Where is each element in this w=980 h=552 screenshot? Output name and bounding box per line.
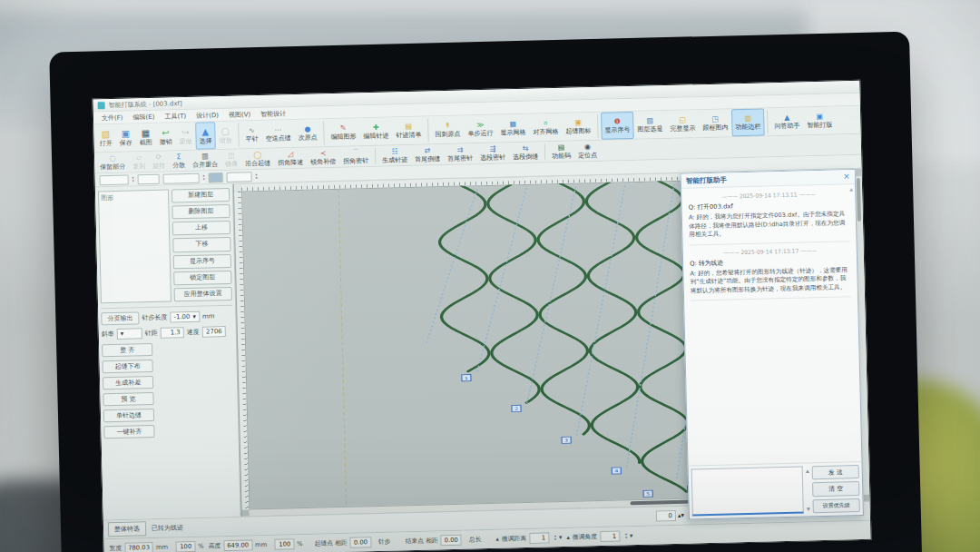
toolbar-button[interactable]: ▲ 问答助手	[770, 107, 804, 135]
toolbar-button[interactable]: ⌒ 拐角密针	[339, 146, 373, 167]
toolbar-button[interactable]: ▤ 功能码	[548, 142, 575, 163]
action-button[interactable]: 预 览	[103, 392, 153, 406]
toolbar-button[interactable]: ▧ 图层选显	[633, 111, 667, 139]
toolbar-button[interactable]: ⟳ 旋转	[149, 151, 170, 172]
layer-item[interactable]: 图形	[101, 194, 113, 202]
toolbar-button[interactable]	[375, 148, 376, 164]
layer-button[interactable]: 新建图层	[172, 188, 230, 203]
speed-value[interactable]: 2706	[202, 326, 226, 338]
toolbar-button[interactable]: ▦ 显示网格	[496, 114, 530, 143]
toolbar-button[interactable]: ◯ 沿合起缝	[241, 149, 275, 170]
action-button[interactable]: 生成补差	[103, 376, 153, 389]
scroll-up-icon[interactable]: ▲	[849, 186, 853, 192]
toolbar-button[interactable]: ⇉ 首尾密针	[444, 143, 477, 164]
pitch-value[interactable]: 1.3	[161, 327, 184, 339]
toolbar-button[interactable]: ⋯ 空送点缝	[261, 120, 295, 148]
toolbar-button[interactable]: ◱ 完整显示	[666, 110, 700, 138]
toolbar-button[interactable]: ● 次原点	[294, 119, 321, 147]
toolbar-button[interactable]: ✚ 编辑针迹	[359, 117, 393, 145]
menu-item[interactable]: 文件(F)	[102, 113, 123, 123]
status-mode-button[interactable]: 整体特选	[108, 521, 146, 537]
toolbar-button[interactable]	[597, 114, 599, 138]
stitch-length-select[interactable]: -1.00▾	[170, 311, 200, 323]
action-button[interactable]: 单针边缝	[103, 409, 154, 422]
layer-button[interactable]: 下移	[172, 237, 230, 252]
toolbar-icon-button[interactable]: ▢ 缩放	[215, 122, 236, 150]
toolbar-button[interactable]: ▱ 复制	[129, 152, 150, 172]
property-widget[interactable]	[138, 173, 160, 184]
menu-item[interactable]: 视图(V)	[229, 110, 251, 120]
layer-list[interactable]: 图形	[98, 190, 172, 304]
status-spin-value[interactable]: 0	[656, 510, 676, 522]
toolbar-button[interactable]	[323, 121, 325, 144]
toolbar-button[interactable]	[544, 143, 545, 160]
action-button[interactable]: 一键补齐	[103, 425, 154, 439]
status-field-value[interactable]: 1	[529, 532, 549, 544]
toolbar-icon-button[interactable]: ▨ 打开	[95, 124, 116, 153]
assistant-messages[interactable]: ▲ 2025-09-14 17:13:11 Q: 打开003.dxf A: 好的…	[681, 184, 861, 466]
layer-button[interactable]: 锁定图层	[173, 271, 231, 286]
layer-button[interactable]: 删除图层	[172, 204, 230, 220]
slope-select[interactable]: ▾	[117, 328, 142, 340]
layer-button[interactable]: 显示序号	[173, 253, 231, 269]
toolbar-button[interactable]	[427, 118, 429, 142]
toolbar-button[interactable]: ≺ 锐角补偿	[307, 147, 340, 168]
toolbar-button[interactable]: ↟ 回刺原点	[431, 116, 465, 144]
toolbar-button[interactable]: ▥ 合并重合	[189, 150, 222, 171]
toolbar-icon-button[interactable]: ▦ 截图	[135, 123, 156, 152]
status-field-value[interactable]: 1	[600, 530, 620, 542]
toolbar-button[interactable]: ▤ 针迹清单	[392, 117, 426, 145]
status-field-value[interactable]: 0.00	[350, 537, 371, 548]
page-output-button[interactable]: 分页输出	[101, 311, 139, 325]
clear-button[interactable]: 清 空	[812, 481, 859, 497]
toolbar-icon-button[interactable]: ↪ 重做	[175, 123, 196, 151]
menu-item[interactable]: 工具(T)	[164, 112, 186, 122]
layer-button[interactable]: 应用整体设置	[174, 287, 232, 302]
toolbar-button[interactable]: ⌗ 对齐网格	[529, 113, 563, 142]
status-field-value[interactable]: 780.03	[124, 542, 153, 552]
status-field-value[interactable]: 100	[274, 538, 294, 550]
status-field-value[interactable]: 649.00	[223, 539, 252, 551]
close-icon[interactable]: ×	[843, 172, 850, 181]
toolbar-button[interactable]: ⇶ 选段密针	[476, 143, 510, 163]
property-widget[interactable]	[100, 174, 129, 185]
stepper-icon[interactable]	[132, 175, 134, 182]
toolbar-button[interactable]: ◳ 跟框图内	[699, 109, 732, 137]
toolbar-icon-button[interactable]: ↩ 撤销	[155, 123, 176, 151]
stepper-icon[interactable]	[203, 174, 205, 182]
toolbar-button[interactable]: ◌ 保留部分	[96, 153, 130, 173]
input-scroll-arrows[interactable]: ▲ ▼	[806, 466, 810, 513]
chat-input[interactable]	[691, 467, 804, 517]
toolbar-button[interactable]: ▣ 起缝图标	[562, 113, 595, 141]
toolbar-button[interactable]: ☷ 生成针迹	[378, 145, 412, 166]
toolbar-button[interactable]: ◉ 定位点	[574, 141, 602, 162]
toolbar-button[interactable]: ▥ 功能边栏	[731, 108, 765, 136]
stepper-icon[interactable]	[625, 532, 627, 539]
priority-settings-button[interactable]: 设置优先级	[812, 498, 859, 514]
menu-item[interactable]: 设计(D)	[196, 111, 219, 121]
toolbar-icon-button[interactable]: ▲ 选择	[195, 122, 216, 150]
layer-button[interactable]: 上移	[172, 221, 230, 236]
toolbar-button[interactable]: ⇆ 选段倒缝	[509, 142, 543, 163]
toolbar-button[interactable]: ≫ 单步运行	[464, 115, 497, 143]
menu-item[interactable]: 编辑(E)	[132, 112, 154, 122]
menu-item[interactable]: 智能设计	[260, 109, 286, 119]
toolbar-button[interactable]: ▣ 智能打版	[803, 107, 837, 135]
scroll-down-icon[interactable]: ▼	[807, 506, 810, 511]
color-swatch[interactable]	[209, 172, 223, 182]
toolbar-button[interactable]: ◿ 拐角降速	[274, 148, 308, 169]
scroll-up-icon[interactable]: ▲	[806, 468, 809, 473]
stepper-icon[interactable]	[256, 172, 258, 180]
stepper-icon[interactable]	[554, 534, 556, 541]
toolbar-button[interactable]: ⇄ 首尾倒缝	[411, 144, 445, 165]
send-button[interactable]: 发 送	[812, 465, 859, 480]
toolbar-button[interactable]	[767, 110, 769, 133]
property-widget[interactable]	[227, 172, 252, 182]
status-field-value[interactable]: 0.00	[441, 535, 462, 547]
vertical-scrollbar-thumb[interactable]	[857, 178, 861, 222]
property-widget[interactable]	[163, 172, 200, 183]
toolbar-button[interactable]: ✎ 编辑图形	[327, 118, 360, 146]
toolbar-button[interactable]: ❶ 显示序号	[601, 112, 634, 140]
toolbar-button[interactable]: Σ 分散	[169, 151, 190, 172]
status-field-value[interactable]: 100	[175, 541, 195, 552]
